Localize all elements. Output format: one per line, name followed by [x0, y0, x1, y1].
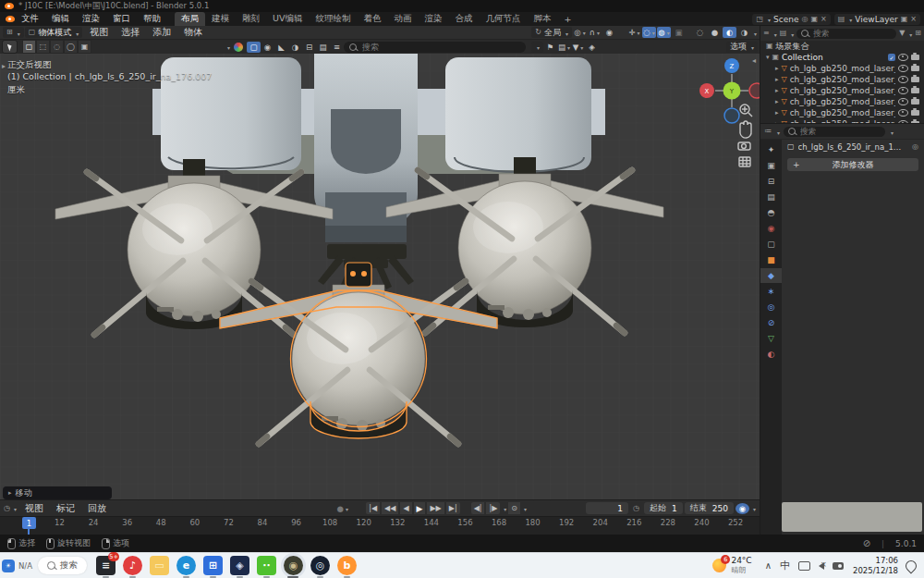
chevron-right-icon[interactable]: ▸: [775, 88, 779, 94]
material-ball-icon[interactable]: [234, 43, 243, 52]
bookmark-icon[interactable]: ⚑: [543, 42, 557, 53]
pin-icon[interactable]: ◎: [801, 16, 808, 23]
outliner-editor-icon[interactable]: ≡: [763, 30, 770, 37]
xray-toggle-button[interactable]: ◍: [657, 27, 671, 38]
outliner-search[interactable]: [796, 29, 896, 39]
chevron-down-icon[interactable]: ▾: [766, 55, 770, 61]
chevron-down-icon[interactable]: [502, 503, 506, 513]
workspace-tab[interactable]: 布局: [175, 12, 205, 27]
eye-icon[interactable]: [898, 54, 908, 61]
camera-visibility-icon[interactable]: [911, 55, 919, 60]
camera-visibility-icon[interactable]: [911, 110, 919, 116]
select-paint-button[interactable]: ▣: [78, 40, 91, 54]
next-keyframe-button[interactable]: ▶▶: [427, 502, 444, 514]
frame-start-field[interactable]: 起始 1: [644, 502, 683, 514]
select-lasso-button[interactable]: ◯: [64, 40, 78, 54]
options-dropdown[interactable]: 选项: [726, 42, 758, 53]
widget-icon[interactable]: ☀: [2, 560, 15, 572]
chevron-right-icon[interactable]: ▸: [775, 99, 779, 105]
menu-item[interactable]: 添加: [146, 26, 177, 39]
timeline-editor-icon[interactable]: ◷: [4, 505, 10, 512]
chevron-down-icon[interactable]: [225, 42, 230, 52]
shading-rendered-button[interactable]: ◑: [737, 27, 751, 38]
jump-end-button[interactable]: ▶|: [446, 502, 460, 514]
frame-back-button[interactable]: ◀|: [471, 502, 485, 514]
transform-orientation-dropdown[interactable]: ↻ 全局: [531, 27, 572, 38]
show-overlays-button[interactable]: ◌: [642, 27, 656, 38]
view-layer-tab[interactable]: ▤: [760, 190, 782, 204]
object-tab[interactable]: ■: [760, 252, 782, 267]
tool-extra-dropdown[interactable]: [531, 42, 543, 53]
menu-item[interactable]: 回放: [81, 502, 113, 515]
chevron-right-icon[interactable]: ▸: [775, 110, 779, 117]
eye-icon[interactable]: [898, 98, 908, 105]
mode-toggle-4[interactable]: ◑: [288, 42, 302, 53]
pivot-point-button[interactable]: ◎: [573, 27, 587, 38]
workspace-tab[interactable]: 动画: [387, 12, 418, 27]
workspace-tab[interactable]: 建模: [205, 12, 236, 27]
collection-checkbox[interactable]: ✓: [888, 54, 895, 61]
filter-button[interactable]: ▼: [571, 42, 585, 53]
play-reverse-button[interactable]: ◀: [400, 502, 411, 514]
store-app[interactable]: ⊞: [203, 556, 223, 575]
frame-forward-button[interactable]: |▶: [486, 502, 500, 514]
menu-item[interactable]: 物体: [177, 26, 209, 39]
mode-toggle-5[interactable]: ⊟: [302, 42, 316, 53]
select-tweak-button[interactable]: ▢: [22, 40, 36, 54]
chevron-right-icon[interactable]: ▸: [775, 66, 779, 72]
eye-icon[interactable]: [898, 65, 908, 72]
viewport-3d[interactable]: Z X Y: [0, 54, 760, 499]
active-game-app[interactable]: ◉: [284, 556, 303, 575]
blender-menu-icon[interactable]: [6, 16, 15, 22]
camera-visibility-icon[interactable]: [911, 66, 919, 71]
menu-item[interactable]: 标记: [50, 502, 81, 515]
filter-icon[interactable]: ▼: [899, 30, 905, 37]
gizmo-x-neg[interactable]: [749, 83, 760, 98]
properties-search-input[interactable]: [798, 126, 857, 137]
file-explorer-app[interactable]: ▭: [150, 556, 169, 575]
pin-icon[interactable]: ◎: [912, 143, 918, 151]
outliner-object-row[interactable]: ▸ ▽ ch_lgb_gb250_mod_laser_17: [760, 74, 924, 85]
select-circle-button[interactable]: ◌: [50, 40, 64, 54]
menu-item[interactable]: 帮助: [137, 13, 167, 25]
select-box-button[interactable]: ⬚: [36, 40, 50, 54]
shading-wireframe-button[interactable]: ◌: [693, 27, 707, 38]
scene-selector[interactable]: ◳ Scene ◎ ▣ ×: [752, 14, 830, 25]
render-tab[interactable]: ▣: [760, 158, 782, 173]
eye-icon[interactable]: [898, 109, 908, 117]
scene-tab[interactable]: ◓: [760, 205, 782, 220]
blender-app[interactable]: b: [337, 556, 357, 575]
tray-expand-icon[interactable]: ∧: [765, 561, 772, 571]
camera-visibility-icon[interactable]: [911, 88, 919, 93]
eye-icon[interactable]: [898, 76, 908, 83]
proportional-edit-button[interactable]: ◉: [602, 27, 616, 38]
mode-toggle-6[interactable]: ▤: [316, 42, 330, 53]
chevron-down-icon[interactable]: [752, 28, 757, 38]
widget-label[interactable]: N/A: [18, 561, 32, 571]
sidebar-collapse-icon[interactable]: ◂: [752, 56, 756, 65]
panels-button[interactable]: ▤: [557, 42, 571, 53]
collection-row[interactable]: ▾ ▣ Collection ✓: [760, 52, 924, 63]
active-tool-button[interactable]: [2, 40, 18, 54]
mode-toggle-2[interactable]: ◉: [261, 42, 274, 53]
keying-set-button[interactable]: ◉: [736, 503, 749, 514]
notepad-app[interactable]: ≡ 5+: [96, 556, 116, 575]
netease-music-app[interactable]: ♪: [123, 556, 142, 575]
playhead-marker[interactable]: 1: [22, 517, 36, 529]
tool-search-input[interactable]: [360, 42, 503, 53]
shading-solid-button[interactable]: ●: [708, 27, 722, 38]
menu-item[interactable]: 渲染: [76, 13, 106, 25]
edge-app[interactable]: e: [176, 556, 196, 575]
volume-muted-icon[interactable]: [819, 562, 824, 570]
workspace-tab[interactable]: 雕刻: [236, 12, 266, 27]
outliner-object-row[interactable]: ▸ ▽ ch_lgb_gb250_mod_laser_17: [760, 107, 924, 118]
copy-icon[interactable]: ▣: [901, 16, 908, 23]
workspace-tab[interactable]: 几何节点: [479, 12, 527, 27]
workspace-tab[interactable]: 渲染: [418, 12, 448, 27]
chevron-right-icon[interactable]: ▸: [775, 77, 779, 83]
physics-tab[interactable]: ◎: [760, 300, 782, 314]
steam-app[interactable]: ◎: [310, 556, 330, 575]
data-tab[interactable]: ▽: [760, 331, 782, 346]
display-mode-icon[interactable]: ▤: [780, 30, 787, 37]
jump-start-button[interactable]: |◀: [366, 502, 380, 514]
